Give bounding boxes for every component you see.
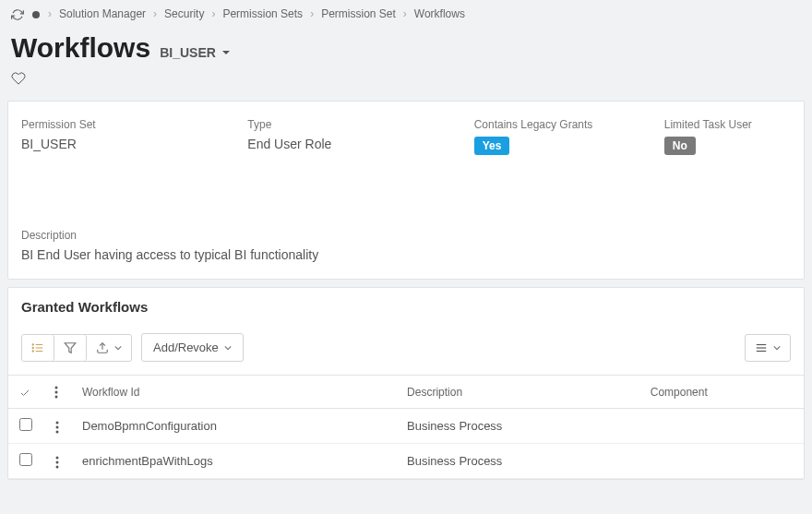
kebab-icon bbox=[55, 456, 59, 469]
row-checkbox[interactable] bbox=[19, 418, 32, 431]
section-toolbar: Add/Revoke bbox=[8, 326, 804, 375]
field-value: BI End User having access to typical BI … bbox=[21, 247, 791, 262]
granted-workflows-section: Granted Workflows Add/Revoke bbox=[7, 287, 805, 480]
field-description: Description BI End User having access to… bbox=[21, 229, 791, 262]
field-label: Limited Task User bbox=[664, 118, 791, 131]
refresh-icon[interactable] bbox=[11, 7, 24, 21]
svg-point-5 bbox=[32, 347, 33, 348]
page-subtitle: BI_USER bbox=[160, 45, 216, 60]
chevron-right-icon: › bbox=[153, 7, 157, 20]
svg-marker-7 bbox=[65, 343, 76, 353]
breadcrumb: › Solution Manager › Security › Permissi… bbox=[0, 0, 812, 29]
kebab-icon bbox=[55, 421, 59, 434]
breadcrumb-item[interactable]: Permission Set bbox=[321, 7, 396, 20]
export-icon bbox=[96, 341, 109, 354]
page-subtitle-dropdown[interactable]: BI_USER bbox=[160, 45, 231, 60]
field-label: Type bbox=[247, 118, 464, 131]
list-icon bbox=[31, 341, 44, 354]
table-row[interactable]: DemoBpmnConfiguration Business Process bbox=[8, 409, 804, 444]
col-description[interactable]: Description bbox=[396, 376, 639, 409]
col-component[interactable]: Component bbox=[639, 376, 804, 409]
chevron-right-icon: › bbox=[403, 7, 407, 20]
cell-workflow-id: DemoBpmnConfiguration bbox=[71, 409, 396, 444]
cell-description: Business Process bbox=[396, 444, 639, 479]
chevron-right-icon: › bbox=[211, 7, 215, 20]
menu-icon bbox=[755, 341, 768, 354]
svg-point-18 bbox=[56, 456, 59, 459]
cell-component bbox=[639, 444, 804, 479]
field-label: Contains Legacy Grants bbox=[474, 118, 655, 131]
field-type: Type End User Role bbox=[247, 118, 464, 155]
filter-icon bbox=[64, 341, 77, 354]
field-value: BI_USER bbox=[21, 137, 238, 151]
header-select-all[interactable] bbox=[8, 376, 43, 409]
field-value: End User Role bbox=[247, 137, 464, 151]
col-workflow-id[interactable]: Workflow Id bbox=[71, 376, 396, 409]
cell-description: Business Process bbox=[396, 409, 639, 444]
toolbar-button-group bbox=[21, 334, 132, 362]
svg-point-4 bbox=[32, 344, 33, 345]
favorite-icon[interactable] bbox=[11, 71, 801, 87]
cell-component bbox=[639, 409, 804, 444]
field-label: Description bbox=[21, 229, 791, 242]
svg-point-19 bbox=[56, 460, 59, 463]
kebab-icon bbox=[54, 386, 58, 399]
svg-point-14 bbox=[55, 396, 58, 399]
header-row-menu[interactable] bbox=[43, 376, 71, 409]
badge-no: No bbox=[664, 137, 696, 155]
field-limited-task-user: Limited Task User No bbox=[664, 118, 791, 155]
filter-button[interactable] bbox=[54, 335, 87, 361]
chevron-down-icon bbox=[773, 344, 781, 352]
svg-point-20 bbox=[56, 465, 59, 468]
badge-yes: Yes bbox=[474, 137, 510, 155]
workflows-table: Workflow Id Description Component DemoBp… bbox=[8, 375, 804, 479]
breadcrumb-item[interactable]: Permission Sets bbox=[222, 7, 303, 20]
row-menu[interactable] bbox=[43, 444, 71, 479]
field-permission-set: Permission Set BI_USER bbox=[21, 118, 238, 155]
svg-point-12 bbox=[55, 387, 58, 389]
table-header-row: Workflow Id Description Component bbox=[8, 376, 804, 409]
chevron-down-icon bbox=[114, 344, 122, 352]
view-options-button[interactable] bbox=[745, 334, 791, 362]
chevron-right-icon: › bbox=[48, 7, 52, 20]
svg-point-17 bbox=[56, 430, 59, 433]
breadcrumb-item[interactable]: Workflows bbox=[414, 7, 465, 20]
page-title: Workflows bbox=[11, 32, 150, 64]
add-revoke-label: Add/Revoke bbox=[153, 341, 219, 354]
chevron-down-icon bbox=[224, 344, 232, 352]
caret-down-icon bbox=[221, 48, 231, 57]
svg-point-0 bbox=[32, 11, 40, 18]
list-view-button[interactable] bbox=[22, 335, 54, 361]
svg-point-6 bbox=[32, 351, 33, 352]
breadcrumb-item[interactable]: Security bbox=[164, 7, 204, 20]
row-menu[interactable] bbox=[43, 409, 71, 444]
row-checkbox[interactable] bbox=[19, 453, 32, 466]
breadcrumb-item[interactable]: Solution Manager bbox=[59, 7, 146, 20]
section-title: Granted Workflows bbox=[8, 288, 804, 326]
add-revoke-button[interactable]: Add/Revoke bbox=[141, 333, 244, 362]
svg-point-15 bbox=[56, 421, 59, 424]
chevron-right-icon: › bbox=[310, 7, 314, 20]
page-header: Workflows BI_USER bbox=[0, 29, 812, 94]
check-icon bbox=[19, 388, 30, 399]
home-dot-icon[interactable] bbox=[31, 7, 41, 20]
field-legacy-grants: Contains Legacy Grants Yes bbox=[474, 118, 655, 155]
field-label: Permission Set bbox=[21, 118, 238, 131]
export-button[interactable] bbox=[87, 335, 131, 361]
svg-point-13 bbox=[55, 391, 58, 394]
svg-point-16 bbox=[56, 425, 59, 428]
table-row[interactable]: enrichmentBpaWithLogs Business Process bbox=[8, 444, 804, 479]
details-card: Permission Set BI_USER Type End User Rol… bbox=[7, 101, 805, 280]
cell-workflow-id: enrichmentBpaWithLogs bbox=[71, 444, 396, 479]
